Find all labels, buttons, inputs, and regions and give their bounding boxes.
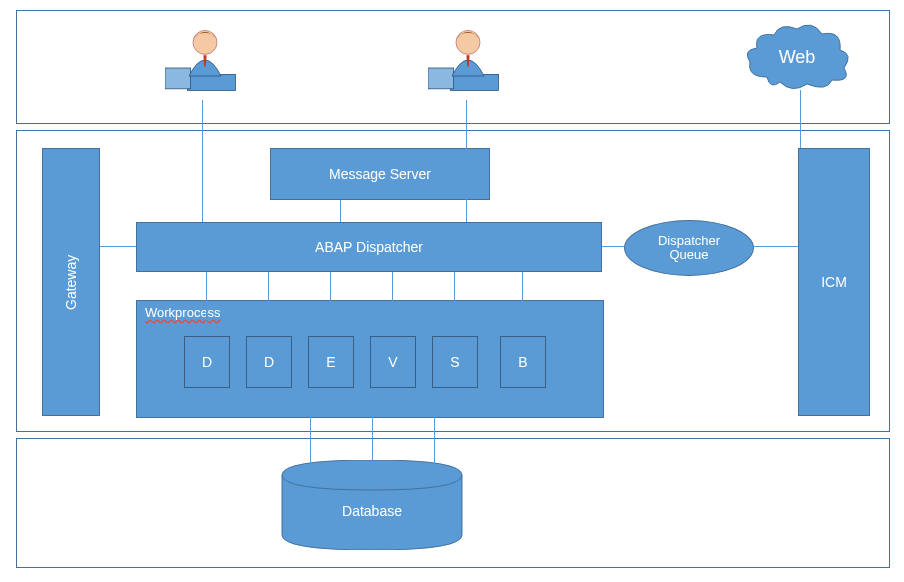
gateway-label: Gateway <box>63 254 79 309</box>
workprocess-label: Workprocess <box>145 305 221 320</box>
connector <box>522 272 523 336</box>
svg-point-5 <box>456 30 480 54</box>
wp-box-label: S <box>450 354 459 370</box>
connector <box>330 272 331 336</box>
web-cloud-label: Web <box>779 47 816 68</box>
database-cylinder: Database <box>272 460 472 550</box>
wp-box-label: V <box>388 354 397 370</box>
connector <box>434 416 435 466</box>
icm-label: ICM <box>821 274 847 290</box>
connector <box>206 272 207 336</box>
wp-box-1: D <box>246 336 292 388</box>
wp-box-0: D <box>184 336 230 388</box>
connector <box>372 416 373 460</box>
connector <box>100 246 136 247</box>
user-icon <box>428 20 508 100</box>
svg-rect-1 <box>165 68 191 89</box>
connector <box>202 100 203 222</box>
message-server-label: Message Server <box>329 166 431 182</box>
web-cloud: Web <box>742 22 852 92</box>
wp-box-label: D <box>264 354 274 370</box>
dispatcher-queue-ellipse: Dispatcher Queue <box>624 220 754 276</box>
svg-rect-0 <box>187 74 235 90</box>
wp-box-label: D <box>202 354 212 370</box>
wp-box-2: E <box>308 336 354 388</box>
connector <box>800 90 801 148</box>
connector <box>602 246 624 247</box>
connector <box>268 272 269 336</box>
wp-box-label: E <box>326 354 335 370</box>
connector <box>340 200 341 222</box>
dispatcher-queue-line2: Queue <box>669 248 708 262</box>
connector <box>466 100 467 222</box>
user-icon <box>165 20 245 100</box>
connector <box>392 272 393 336</box>
wp-box-4: S <box>432 336 478 388</box>
icm-box: ICM <box>798 148 870 416</box>
dispatcher-queue-line1: Dispatcher <box>658 234 720 248</box>
database-label: Database <box>272 503 472 519</box>
diagram-canvas: Web Gateway Message Server ABAP Dispatch… <box>10 10 894 572</box>
svg-rect-4 <box>428 68 454 89</box>
svg-point-2 <box>193 30 217 54</box>
abap-dispatcher-box: ABAP Dispatcher <box>136 222 602 272</box>
connector <box>454 272 455 336</box>
wp-box-5: B <box>500 336 546 388</box>
gateway-box: Gateway <box>42 148 100 416</box>
message-server-box: Message Server <box>270 148 490 200</box>
connector <box>310 416 311 466</box>
svg-rect-3 <box>450 74 498 90</box>
abap-dispatcher-label: ABAP Dispatcher <box>315 239 423 255</box>
wp-box-3: V <box>370 336 416 388</box>
wp-box-label: B <box>518 354 527 370</box>
connector <box>754 246 798 247</box>
